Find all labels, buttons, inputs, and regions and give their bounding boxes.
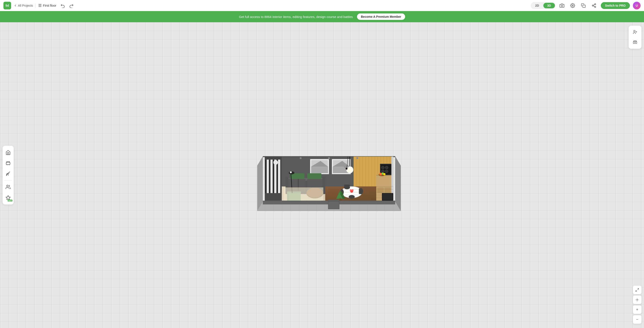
svg-rect-50 — [273, 160, 274, 193]
svg-rect-47 — [267, 160, 268, 193]
home-icon — [6, 150, 11, 155]
copy-button[interactable] — [580, 2, 587, 10]
svg-rect-46 — [265, 160, 267, 193]
hire-icon — [633, 30, 638, 35]
zoom-in-button[interactable]: + — [633, 305, 642, 314]
back-button[interactable]: All Projects — [14, 4, 33, 7]
camera-button[interactable] — [558, 2, 566, 10]
view-2d-button[interactable]: 2D — [532, 3, 543, 8]
svg-point-1 — [572, 5, 573, 6]
floorplan-3d[interactable] — [242, 126, 417, 224]
settings-icon — [570, 3, 575, 8]
sidebar-item-people[interactable] — [2, 182, 14, 192]
price-button[interactable] — [630, 38, 640, 47]
sidebar-item-furniture[interactable] — [2, 158, 14, 168]
hire-panel — [628, 26, 642, 49]
price-icon — [633, 40, 638, 45]
svg-marker-23 — [257, 156, 263, 211]
redo-button[interactable] — [68, 2, 75, 10]
svg-rect-2 — [583, 5, 585, 8]
svg-point-81 — [352, 189, 354, 191]
svg-rect-94 — [307, 173, 321, 179]
svg-rect-128 — [382, 194, 393, 200]
svg-rect-8 — [6, 163, 10, 165]
main-canvas[interactable]: NEW — [0, 22, 644, 328]
svg-point-20 — [637, 299, 638, 300]
svg-rect-45 — [265, 159, 281, 160]
svg-rect-105 — [340, 198, 342, 201]
svg-marker-12 — [6, 196, 10, 200]
right-sidebar — [628, 26, 642, 49]
back-arrow-icon — [14, 4, 17, 7]
svg-point-11 — [6, 185, 8, 187]
svg-rect-126 — [284, 188, 323, 201]
svg-point-80 — [350, 189, 352, 191]
camera-icon — [560, 3, 564, 8]
svg-point-67 — [385, 166, 388, 169]
svg-point-3 — [594, 4, 596, 5]
svg-point-13 — [634, 30, 635, 32]
premium-button[interactable]: Become A Premium Member — [357, 14, 405, 20]
new-badge: NEW — [8, 200, 12, 202]
svg-point-118 — [328, 157, 330, 159]
svg-point-69 — [385, 170, 388, 173]
sidebar-item-new[interactable]: NEW — [2, 193, 14, 203]
hire-button[interactable] — [630, 27, 640, 37]
view-toggle: 2D 3D — [531, 2, 556, 9]
undo-button[interactable] — [59, 2, 67, 10]
svg-point-86 — [349, 195, 355, 199]
locate-icon — [635, 298, 639, 302]
svg-point-120 — [274, 160, 278, 165]
svg-point-66 — [382, 166, 384, 169]
svg-point-5 — [594, 6, 596, 7]
redo-icon — [69, 3, 74, 8]
svg-line-19 — [636, 290, 637, 291]
svg-point-73 — [383, 173, 386, 175]
copy-icon — [581, 3, 586, 8]
expand-button[interactable] — [633, 286, 642, 294]
undo-icon — [60, 3, 65, 8]
svg-line-7 — [593, 4, 594, 5]
svg-point-119 — [356, 157, 358, 159]
svg-rect-53 — [278, 160, 280, 193]
svg-point-116 — [290, 171, 292, 173]
svg-rect-48 — [269, 160, 270, 193]
floorplan-svg — [242, 126, 417, 224]
svg-rect-56 — [311, 167, 328, 173]
svg-point-4 — [592, 5, 593, 6]
expand-icon — [635, 288, 639, 292]
promo-banner: Get full access to 8864 interior items, … — [0, 11, 644, 22]
view-3d-button[interactable]: 3D — [543, 3, 555, 8]
app-logo: 5d — [4, 2, 11, 10]
svg-point-68 — [382, 170, 384, 173]
sidebar-divider — [4, 180, 12, 181]
svg-line-18 — [638, 288, 639, 289]
left-sidebar: NEW — [2, 146, 14, 205]
floor-icon: ☰ — [38, 3, 42, 8]
user-avatar[interactable]: U — [633, 2, 640, 10]
share-button[interactable] — [590, 2, 598, 10]
svg-rect-52 — [276, 160, 278, 193]
svg-point-0 — [561, 5, 562, 7]
settings-button[interactable] — [569, 2, 576, 10]
floor-name: ☰ First floor — [38, 3, 56, 8]
undo-redo-group — [59, 2, 75, 10]
zoom-controls: + − — [633, 286, 642, 324]
promo-text: Get full access to 8864 interior items, … — [239, 15, 353, 19]
sidebar-item-nature[interactable] — [2, 169, 14, 179]
svg-marker-24 — [395, 156, 401, 211]
svg-point-108 — [347, 167, 352, 173]
furniture-icon — [6, 161, 11, 166]
people-icon — [6, 185, 11, 190]
locate-button[interactable] — [633, 295, 642, 304]
switch-pro-button[interactable]: Switch to PRO — [601, 2, 630, 9]
share-icon — [592, 3, 596, 8]
zoom-out-button[interactable]: − — [633, 315, 642, 324]
nature-icon — [6, 171, 11, 177]
svg-rect-62 — [376, 175, 392, 186]
svg-point-117 — [300, 157, 302, 159]
sidebar-item-home[interactable] — [2, 148, 14, 158]
nav-divider-1 — [36, 4, 36, 8]
svg-rect-49 — [271, 160, 272, 193]
svg-line-6 — [593, 6, 594, 7]
